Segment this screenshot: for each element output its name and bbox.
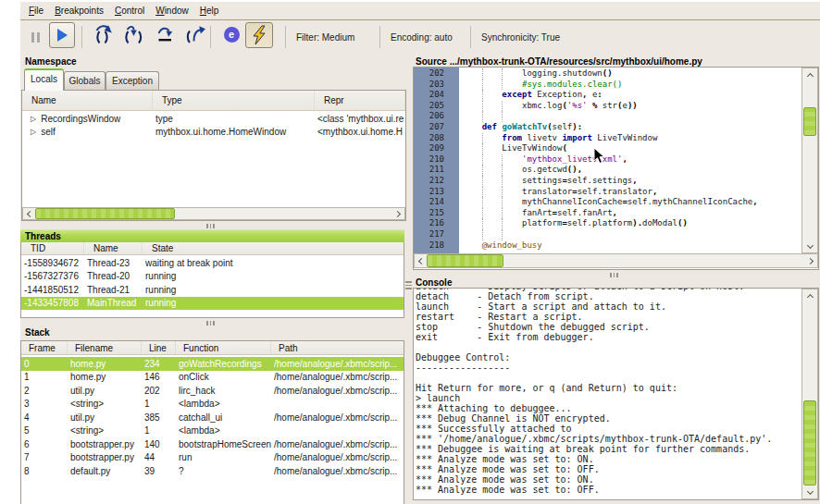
grip-dot: [206, 224, 208, 228]
code-line-208: 208 from livetv import LiveTvWindow: [414, 133, 818, 144]
table-row[interactable]: 1home.py146onClick/home/analogue/.xbmc/s…: [21, 371, 404, 385]
table-row[interactable]: 4util.py385catchall_ui/home/analogue/.xb…: [21, 411, 404, 424]
console-title: Console: [416, 277, 452, 288]
grip-dot: [210, 321, 212, 326]
code-line-207: 207 def goWatchTv(self):: [414, 122, 818, 133]
scroll-thumb[interactable]: [35, 208, 175, 219]
next-button[interactable]: [92, 23, 117, 47]
column-header-function[interactable]: Function: [176, 341, 271, 354]
table-row[interactable]: 7bootstrapper.py44run/home/analogue/.xbm…: [21, 451, 404, 465]
menu-breakpoints[interactable]: Breakpoints: [49, 4, 109, 18]
source-vscrollbar[interactable]: [801, 68, 818, 253]
cell-line: 385: [142, 411, 176, 424]
toolbar: e Filter: Medium Encoding: auto Synchron…: [20, 20, 820, 55]
tab-exception[interactable]: Exception: [106, 71, 159, 90]
scroll-down-arrow[interactable]: [802, 240, 817, 252]
table-row[interactable]: 6bootstrapper.py140bootstrapHomeScreen/h…: [21, 437, 404, 451]
table-row[interactable]: 8default.py39?/home/analogue/.xbmc/scrip…: [21, 464, 404, 478]
table-row[interactable]: -1441850512Thread-21running: [21, 283, 404, 297]
table-row[interactable]: -1567327376Thread-20running: [21, 270, 404, 284]
grip-dot: [210, 224, 212, 228]
code-line-210: 210 'mythbox_livetv.xml',: [414, 154, 818, 166]
stack-header[interactable]: FrameFilenameLineFunctionPath: [21, 341, 404, 355]
namespace-header[interactable]: NameTypeRepr: [22, 91, 405, 111]
scroll-thumb[interactable]: [803, 400, 816, 486]
namespace-hscrollbar[interactable]: [22, 207, 405, 220]
tab-globals[interactable]: Globals: [64, 71, 106, 90]
menu-help[interactable]: Help: [194, 4, 225, 18]
console-vscrollbar[interactable]: [801, 289, 818, 499]
cell-name: Thread-23: [84, 256, 143, 270]
cell-tid: -1558934672: [21, 256, 84, 270]
main-splitter[interactable]: [405, 281, 412, 289]
chevron-right-icon: [394, 210, 401, 216]
cell-filename: bootstrapper.py: [68, 437, 142, 451]
code-line-206: 206: [414, 111, 818, 122]
menubar: FileBreakpointsControlWindowHelp: [20, 2, 820, 19]
table-row[interactable]: -1433457808MainThreadrunning: [21, 297, 404, 311]
scroll-down-arrow[interactable]: [802, 486, 817, 498]
encoding-button[interactable]: e: [223, 26, 240, 43]
grip-dot: [405, 281, 412, 283]
cell-name: ▷RecordingsWindow: [22, 112, 153, 125]
console-output[interactable]: attach - Display scripts or attach to a …: [416, 288, 772, 495]
scroll-right-arrow[interactable]: [392, 208, 404, 219]
cell-filename: bootstrapper.py: [68, 451, 142, 465]
table-row[interactable]: ▷RecordingsWindowtype<class 'mythbox.ui.…: [22, 112, 405, 125]
table-row[interactable]: 0home.py234goWatchRecordings/home/analog…: [21, 357, 404, 371]
column-header-tid[interactable]: TID: [21, 242, 84, 254]
scroll-thumb[interactable]: [803, 107, 816, 136]
column-header-line[interactable]: Line: [142, 341, 176, 354]
line-number: 218: [414, 240, 444, 252]
winpdb-window: FileBreakpointsControlWindowHelp: [20, 2, 820, 504]
code-text: logging.shutdown(): [462, 68, 613, 80]
column-header-path[interactable]: Path: [271, 341, 404, 354]
goto-button[interactable]: [154, 23, 177, 47]
table-row[interactable]: 2util.py202lirc_hack/home/analogue/.xbmc…: [21, 384, 404, 398]
console-panel[interactable]: attach - Display scripts or attach to a …: [413, 288, 819, 500]
cell-state: running: [143, 283, 404, 297]
namespace-threads-splitter[interactable]: [206, 224, 215, 228]
synchronicity-label: Synchronicity: True: [481, 32, 560, 43]
tab-locals[interactable]: Locals: [24, 68, 64, 91]
pause-button[interactable]: [28, 31, 43, 43]
column-header-name[interactable]: Name: [84, 242, 143, 254]
source-console-splitter[interactable]: [610, 273, 618, 277]
table-row[interactable]: 5<string>1<lambda>: [21, 424, 404, 438]
column-header-name[interactable]: Name: [22, 91, 153, 110]
cell-name: Thread-21: [84, 283, 143, 297]
column-header-repr[interactable]: Repr: [315, 91, 405, 110]
menu-file[interactable]: File: [23, 4, 49, 18]
scroll-up-arrow[interactable]: [802, 289, 817, 302]
source-hscrollbar[interactable]: [414, 253, 818, 268]
table-row[interactable]: -1558934672Thread-23waiting at break poi…: [21, 256, 404, 270]
cell-line: 202: [142, 384, 176, 398]
code-text: os.getcwd(),: [462, 165, 582, 176]
column-header-state[interactable]: State: [143, 242, 404, 254]
menu-window[interactable]: Window: [150, 4, 194, 18]
code-line-215: 215 fanArt=self.fanArt,: [414, 208, 818, 219]
return-button[interactable]: [182, 23, 207, 47]
table-row[interactable]: ▷selfmythbox.ui.home.HomeWindow<mythbox.…: [22, 125, 405, 138]
expander-icon[interactable]: ▷: [31, 128, 36, 136]
column-header-filename[interactable]: Filename: [68, 341, 142, 354]
code-text: xbmc.log('%s' % str(e)): [462, 101, 638, 112]
threads-header[interactable]: TIDNameState: [21, 242, 404, 255]
code-text: except Exception, e:: [462, 90, 603, 101]
scroll-up-arrow[interactable]: [802, 68, 817, 81]
code-line-204: 204 except Exception, e:: [414, 90, 818, 101]
threads-stack-splitter[interactable]: [206, 321, 215, 326]
scroll-left-arrow[interactable]: [415, 254, 427, 267]
analyze-button[interactable]: [245, 22, 273, 48]
menu-control[interactable]: Control: [109, 4, 150, 18]
scroll-thumb[interactable]: [427, 254, 503, 267]
scroll-left-arrow[interactable]: [23, 208, 35, 219]
go-button[interactable]: [49, 22, 75, 48]
column-header-frame[interactable]: Frame: [21, 341, 68, 354]
column-header-type[interactable]: Type: [153, 91, 315, 110]
scroll-right-arrow[interactable]: [805, 254, 817, 267]
table-row[interactable]: 3<string>1<lambda>: [21, 398, 404, 412]
expander-icon[interactable]: ▷: [31, 115, 36, 123]
source-panel[interactable]: 202 logging.shutdown()203 #sys.modules.c…: [413, 67, 819, 270]
step-into-button[interactable]: [121, 23, 146, 47]
